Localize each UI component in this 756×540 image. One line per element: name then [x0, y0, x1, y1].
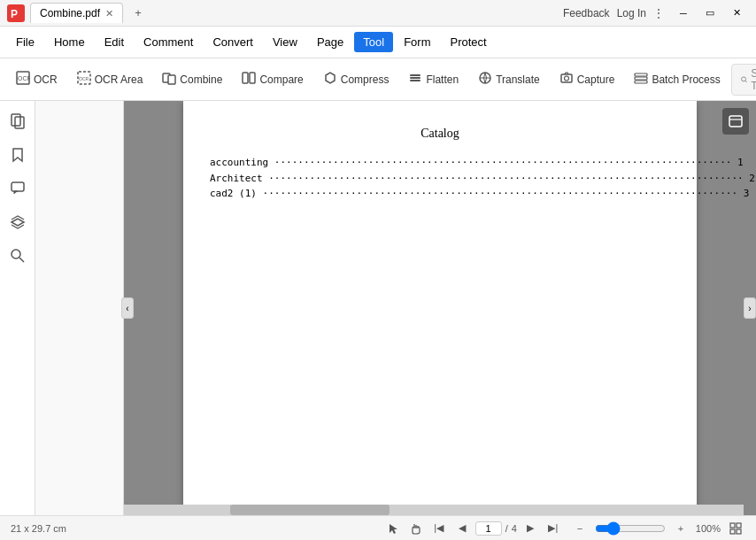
- feedback-link[interactable]: Feedback: [563, 7, 610, 19]
- zoom-controls: − + 100%: [570, 519, 745, 538]
- combine-button[interactable]: Combine: [153, 67, 231, 91]
- restore-button[interactable]: ▭: [698, 4, 722, 22]
- pdf-page: Catalog accounting ·····················…: [183, 101, 697, 515]
- right-panel-icon[interactable]: [722, 108, 749, 135]
- ocr-area-button[interactable]: OCR OCR Area: [68, 67, 152, 91]
- titlebar-actions: Feedback Log In ⋮: [563, 7, 664, 19]
- sidebar-bookmark-icon[interactable]: [4, 142, 31, 168]
- compare-icon: [242, 71, 256, 88]
- translate-button[interactable]: Translate: [469, 67, 549, 91]
- menu-page[interactable]: Page: [308, 32, 352, 52]
- catalog-line-1: accounting ·····························…: [210, 155, 670, 171]
- menu-edit[interactable]: Edit: [96, 32, 133, 52]
- last-page-button[interactable]: ▶|: [544, 519, 563, 538]
- zoom-out-button[interactable]: −: [570, 519, 590, 538]
- left-panel: ‹: [35, 101, 124, 515]
- menu-protect[interactable]: Protect: [441, 32, 495, 52]
- right-panel-collapse-button[interactable]: ›: [744, 297, 756, 319]
- menu-comment[interactable]: Comment: [135, 32, 202, 52]
- new-tab-button[interactable]: +: [128, 4, 148, 23]
- svg-rect-11: [410, 77, 420, 79]
- window-controls: ─ ▭ ✕: [671, 4, 749, 22]
- login-button[interactable]: Log In: [617, 7, 646, 19]
- catalog-line-3: cad2 (1) ·······························…: [210, 186, 670, 202]
- menu-view[interactable]: View: [264, 32, 306, 52]
- capture-label: Capture: [577, 73, 615, 86]
- menu-tool[interactable]: Tool: [354, 32, 393, 52]
- sidebar-comment-icon[interactable]: [4, 175, 31, 202]
- content-area: Catalog accounting ·····················…: [124, 101, 756, 515]
- zoom-in-button[interactable]: +: [671, 519, 690, 538]
- compress-icon: [323, 71, 337, 88]
- titlebar: P Combine.pdf ✕ + Feedback Log In ⋮ ─ ▭ …: [0, 0, 756, 27]
- catalog-line-2: Architect ······························…: [210, 171, 670, 187]
- svg-rect-28: [730, 523, 735, 528]
- svg-point-24: [12, 250, 20, 258]
- hand-tool-button[interactable]: [406, 519, 426, 538]
- svg-rect-14: [561, 74, 572, 82]
- sidebar-pages-icon[interactable]: [4, 108, 31, 135]
- search-tools-placeholder: Search Tools: [751, 67, 756, 92]
- svg-rect-16: [635, 73, 647, 76]
- svg-line-25: [19, 258, 24, 262]
- capture-button[interactable]: Capture: [551, 67, 624, 91]
- svg-rect-26: [729, 116, 742, 127]
- svg-point-15: [564, 76, 568, 81]
- svg-rect-10: [410, 74, 420, 76]
- flatten-label: Flatten: [426, 73, 459, 86]
- search-tools[interactable]: Search Tools: [731, 64, 756, 96]
- sidebar-search-icon[interactable]: [4, 243, 31, 269]
- first-page-button[interactable]: |◀: [429, 519, 449, 538]
- left-panel-collapse-button[interactable]: ‹: [121, 297, 134, 319]
- page-content: Catalog accounting ·····················…: [210, 127, 670, 202]
- flatten-button[interactable]: Flatten: [399, 67, 467, 91]
- batch-process-button[interactable]: Batch Process: [625, 67, 729, 91]
- batch-process-icon: [634, 71, 648, 88]
- page-dimensions: 21 x 29.7 cm: [11, 523, 376, 534]
- combine-label: Combine: [180, 73, 222, 86]
- left-sidebar: [0, 101, 35, 515]
- compress-button[interactable]: Compress: [314, 67, 398, 91]
- prev-page-button[interactable]: ◀: [452, 519, 472, 538]
- statusbar: 21 x 29.7 cm |◀ ◀ / 4 ▶ ▶| − + 100%: [0, 515, 756, 540]
- svg-rect-22: [15, 117, 24, 128]
- compare-button[interactable]: Compare: [233, 67, 312, 91]
- svg-rect-8: [243, 73, 248, 83]
- next-page-button[interactable]: ▶: [521, 519, 540, 538]
- sidebar-layers-icon[interactable]: [4, 209, 31, 235]
- svg-rect-23: [12, 182, 24, 191]
- total-pages: 4: [512, 523, 517, 534]
- fit-page-button[interactable]: [726, 519, 745, 538]
- ocr-button[interactable]: OCR OCR: [7, 67, 66, 91]
- menubar: File Home Edit Comment Convert View Page…: [0, 27, 756, 58]
- svg-text:OCR: OCR: [18, 75, 30, 81]
- svg-rect-21: [12, 114, 20, 126]
- combine-icon: [162, 71, 176, 88]
- svg-rect-7: [168, 75, 175, 84]
- close-button[interactable]: ✕: [724, 4, 749, 22]
- translate-label: Translate: [496, 73, 540, 86]
- app-logo: P: [7, 4, 25, 22]
- minimize-button[interactable]: ─: [671, 4, 696, 22]
- zoom-level: 100%: [696, 523, 721, 534]
- current-page-input[interactable]: [475, 521, 502, 536]
- panel-icon: [728, 113, 744, 129]
- select-tool-button[interactable]: [383, 519, 403, 538]
- menu-convert[interactable]: Convert: [204, 32, 262, 52]
- horizontal-scrollbar[interactable]: [124, 505, 744, 515]
- menu-form[interactable]: Form: [395, 32, 439, 52]
- zoom-slider[interactable]: [595, 521, 666, 536]
- more-options-icon[interactable]: ⋮: [653, 7, 664, 19]
- compare-label: Compare: [259, 73, 303, 86]
- capture-icon: [559, 71, 574, 88]
- document-tab[interactable]: Combine.pdf ✕: [30, 3, 123, 23]
- search-icon: [741, 74, 747, 85]
- tab-title: Combine.pdf: [40, 7, 100, 19]
- menu-file[interactable]: File: [7, 32, 43, 52]
- svg-rect-31: [737, 529, 741, 534]
- flatten-icon: [408, 71, 422, 88]
- tab-close-button[interactable]: ✕: [105, 8, 113, 19]
- scrollbar-thumb: [230, 505, 390, 515]
- svg-rect-29: [737, 523, 741, 528]
- menu-home[interactable]: Home: [45, 32, 94, 52]
